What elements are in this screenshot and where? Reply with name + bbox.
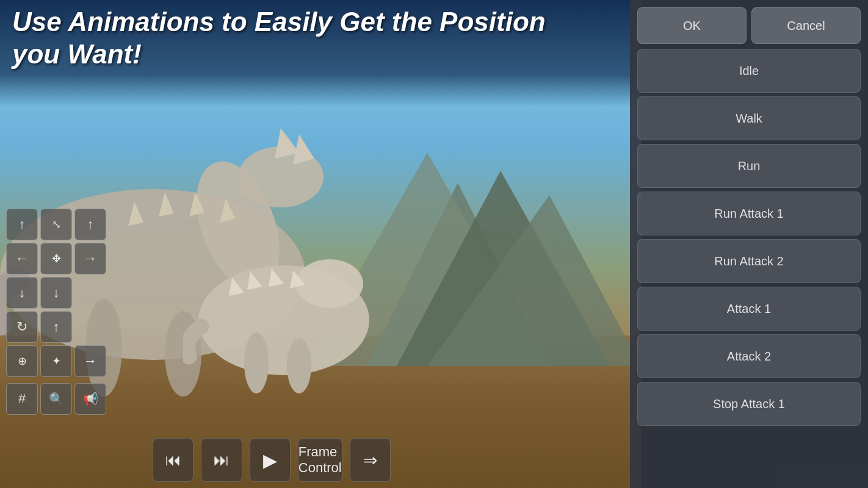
right-panel: OK Cancel IdleWalkRunRun Attack 1Run Att… xyxy=(630,0,868,488)
move-up-alt-button[interactable]: ↑ xyxy=(74,209,106,240)
rotate-row-2: ⊕ ✦ → xyxy=(6,345,106,377)
move-right-button[interactable]: → xyxy=(74,243,106,274)
left-controls-panel: ↑ ⤡ ↑ ← ✥ → ↓ ↓ ↻ ↑ ⊕ ✦ → # 🔍 📢 xyxy=(6,209,106,415)
anim-btn-stop-attack-1[interactable]: Stop Attack 1 xyxy=(637,382,861,426)
move-down-button[interactable]: ↓ xyxy=(6,277,38,309)
frame-control-label: Frame Control xyxy=(298,444,342,476)
anim-btn-run-attack-2[interactable]: Run Attack 2 xyxy=(637,239,861,283)
playback-controls: ⏮ ⏭ ▶ Frame Control ⇒ xyxy=(153,438,391,482)
empty-btn xyxy=(74,277,106,309)
small-dinosaur xyxy=(183,210,385,393)
rotate-row-1: ↻ ↑ xyxy=(6,311,106,343)
right-arrow-rot-button[interactable]: → xyxy=(74,345,106,377)
top-buttons-row: OK Cancel xyxy=(630,0,868,49)
rotate-button[interactable]: ↻ xyxy=(6,311,38,343)
move-center-button[interactable]: ✥ xyxy=(40,243,72,274)
anim-btn-run[interactable]: Run xyxy=(637,144,861,188)
anim-btn-idle[interactable]: Idle xyxy=(637,49,861,93)
arrow-button[interactable]: ⇒ xyxy=(350,438,391,482)
camera-button[interactable]: ⊕ xyxy=(6,345,38,377)
anim-btn-attack-2[interactable]: Attack 2 xyxy=(637,334,861,378)
animation-list: IdleWalkRunRun Attack 1Run Attack 2Attac… xyxy=(630,49,868,488)
move-up-button[interactable]: ↑ xyxy=(6,209,38,240)
svg-point-21 xyxy=(244,332,269,393)
move-left-button[interactable]: ← xyxy=(6,243,38,274)
anim-btn-attack-1[interactable]: Attack 1 xyxy=(637,287,861,331)
tool-row: # 🔍 📢 xyxy=(6,383,106,415)
play-button[interactable]: ▶ xyxy=(250,438,291,482)
megaphone-button[interactable]: 📢 xyxy=(74,383,106,415)
anim-btn-run-attack-1[interactable]: Run Attack 1 xyxy=(637,192,861,235)
ok-button[interactable]: OK xyxy=(637,7,747,44)
four-arrow-button[interactable]: ✦ xyxy=(40,345,72,377)
search-button[interactable]: 🔍 xyxy=(40,383,72,415)
translate-row-1: ↑ ⤡ ↑ xyxy=(6,209,106,240)
main-title: Use Animations to Easily Get the Positio… xyxy=(12,6,562,71)
frame-control-button[interactable]: Frame Control xyxy=(298,438,342,482)
translate-row-2: ← ✥ → xyxy=(6,243,106,274)
skip-back-button[interactable]: ⏮ xyxy=(153,438,193,482)
cancel-button[interactable]: Cancel xyxy=(751,7,861,44)
scene-background: Use Animations to Easily Get the Positio… xyxy=(0,0,641,488)
move-down-alt-button[interactable]: ↓ xyxy=(40,277,72,309)
up-arrow-button[interactable]: ↑ xyxy=(40,311,72,343)
svg-point-16 xyxy=(296,259,363,308)
translate-row-3: ↓ ↓ xyxy=(6,277,106,309)
scale-button[interactable]: ⤡ xyxy=(40,209,72,240)
grid-button[interactable]: # xyxy=(6,383,38,415)
svg-point-22 xyxy=(287,339,311,393)
anim-btn-walk[interactable]: Walk xyxy=(637,96,861,140)
skip-forward-button[interactable]: ⏭ xyxy=(201,438,242,482)
